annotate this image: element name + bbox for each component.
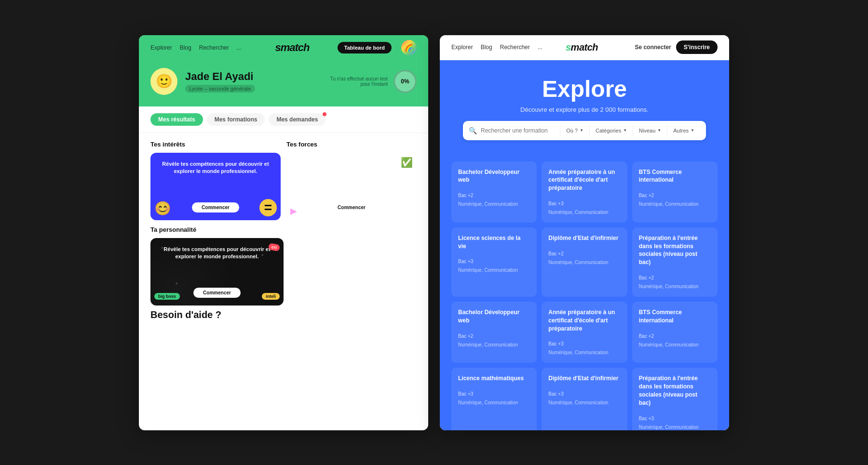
search-icon: 🔍 — [469, 127, 477, 134]
forces-card[interactable]: ✅ Pourquoi tu agis comme tu agis et comm… — [286, 153, 417, 220]
forces-card-text: Pourquoi tu agis comme tu agis et commen… — [294, 160, 409, 175]
formation-card[interactable]: Licence sciences de la vie Bac +3 Numéri… — [451, 227, 537, 297]
forces-section: Tes forces ✅ Pourquoi tu agis comme tu a… — [286, 141, 417, 220]
formation-domain: Numérique, Communication — [548, 350, 608, 355]
formation-bac: Bac +2 — [639, 333, 711, 339]
filter-autres[interactable]: Autres ▼ — [667, 125, 700, 136]
formation-card[interactable]: Préparation à l'entrée dans les formatio… — [632, 227, 718, 297]
filter-ou[interactable]: Où ? ▼ — [560, 125, 589, 136]
formation-title: Année préparatoire à un certificat d'éco… — [548, 308, 620, 332]
filter-autres-label: Autres — [673, 128, 689, 133]
explore-subtitle: Découvre et explore plus de 2 000 format… — [451, 106, 718, 113]
search-bar: 🔍 Où ? ▼ Catégories ▼ Niveau ▼ Autres ▼ — [463, 121, 706, 140]
tab-mes-resultats[interactable]: Mes résultats — [150, 113, 203, 126]
filter-categories[interactable]: Catégories ▼ — [589, 125, 633, 136]
tab-mes-formations[interactable]: Mes formations — [207, 113, 265, 126]
formation-bac: Bac +2 — [458, 193, 530, 198]
deco-check: ✅ — [401, 157, 413, 168]
logo-right: smatch — [566, 42, 598, 53]
personnalite-card[interactable]: ✦ ✦ ✦ Révèle tes compétences pour découv… — [150, 238, 284, 306]
nav-blog-left[interactable]: Blog — [180, 44, 191, 51]
formation-domain: Numérique, Communication — [548, 260, 608, 265]
tableau-bord-button[interactable]: Tableau de bord — [338, 42, 392, 53]
formation-card[interactable]: Bachelor Développeur web Bac +2 Numériqu… — [451, 161, 537, 223]
formation-title: BTS Commerce international — [639, 168, 711, 185]
filter-ou-label: Où ? — [566, 128, 578, 133]
interets-section: Tes intérêts Révèle tes compétences pour… — [150, 141, 281, 220]
hero-hint: Tu n'as effectué aucun test pour l'insta… — [320, 76, 388, 87]
interets-card-text: Révèle tes compétences pour découvrir et… — [158, 160, 273, 175]
personnalite-commencer-btn[interactable]: Commencer — [193, 288, 241, 298]
formation-bac: Bac +2 — [548, 251, 620, 256]
nav-explorer-right[interactable]: Explorer — [451, 44, 473, 51]
formation-title: Licence sciences de la vie — [458, 234, 530, 251]
formation-card[interactable]: Année préparatoire à un certificat d'éco… — [542, 302, 627, 363]
nav-more-left[interactable]: ... — [237, 44, 242, 51]
search-input[interactable] — [481, 127, 556, 134]
s-inscrire-button[interactable]: S'inscrire — [676, 40, 718, 54]
logo-left: ssmatch — [270, 41, 309, 54]
formation-title: Licence mathématiques — [458, 374, 530, 383]
nav-more-right[interactable]: ... — [538, 44, 542, 51]
formation-card[interactable]: BTS Commerce international Bac +2 Numéri… — [632, 161, 718, 223]
besoin-title: Besoin d'aide ? — [150, 309, 417, 320]
tab-mes-demandes[interactable]: Mes demandes — [269, 113, 326, 126]
left-nav-links: Explorer Blog Rechercher ... — [150, 44, 242, 51]
tag-inteli: inteli — [262, 293, 280, 300]
nav-rechercher-left[interactable]: Rechercher — [199, 44, 229, 51]
formation-domain: Numérique, Communication — [458, 267, 518, 273]
nav-explorer-left[interactable]: Explorer — [150, 44, 172, 51]
interets-card[interactable]: Révèle tes compétences pour découvrir et… — [150, 153, 281, 220]
formation-bac: Bac +3 — [458, 391, 530, 397]
formation-card[interactable]: Année préparatoire à un certificat d'éco… — [542, 161, 627, 223]
formation-domain: Numérique, Communication — [639, 425, 699, 430]
formation-card[interactable]: Diplôme d'Etat d'infirmier Bac +2 Numéri… — [542, 227, 627, 297]
deco-equal: = — [259, 199, 277, 216]
explore-title: Explore — [451, 76, 718, 102]
star-deco-1: ✦ — [160, 245, 164, 251]
star-deco-3: ✦ — [175, 281, 178, 286]
nav-blog-right[interactable]: Blog — [481, 44, 492, 51]
forces-title: Tes forces — [286, 141, 417, 148]
formation-title: Bachelor Développeur web — [458, 308, 530, 325]
forces-commencer-btn[interactable]: Commencer — [328, 202, 375, 213]
formation-card[interactable]: Bachelor Développeur web Bac +2 Numériqu… — [451, 302, 537, 363]
chevron-ou-icon: ▼ — [580, 128, 583, 133]
formation-bac: Bac +3 — [548, 341, 620, 346]
interets-commencer-btn[interactable]: Commencer — [192, 202, 239, 213]
formation-title: BTS Commerce international — [639, 308, 711, 325]
formation-card[interactable]: BTS Commerce international Bac +2 Numéri… — [632, 302, 718, 363]
filter-niveau[interactable]: Niveau ▼ — [633, 125, 667, 136]
formation-grid: Bachelor Développeur web Bac +2 Numériqu… — [451, 161, 718, 430]
formation-domain: Numérique, Communication — [639, 342, 699, 347]
user-name: Jade El Ayadi — [185, 70, 255, 83]
right-content: Bachelor Développeur web Bac +2 Numériqu… — [440, 154, 729, 430]
filter-categories-label: Catégories — [596, 128, 621, 133]
personnalite-section: Ta personnalité ✦ ✦ ✦ Révèle tes compéte… — [150, 226, 417, 306]
personnalite-title: Ta personnalité — [150, 226, 417, 233]
formation-title: Diplôme d'Etat d'infirmier — [548, 374, 620, 383]
formation-title: Bachelor Développeur web — [458, 168, 530, 185]
formation-card[interactable]: Diplôme d'Etat d'infirmier Bac +3 Numéri… — [542, 368, 627, 430]
formation-title: Diplôme d'Etat d'infirmier — [548, 234, 620, 242]
left-content: Tes intérêts Révèle tes compétences pour… — [139, 133, 428, 403]
hero-right: Tu n'as effectué aucun test pour l'insta… — [320, 70, 417, 93]
hero-info: Jade El Ayadi Lycée – seconde générale — [185, 70, 255, 93]
right-navbar: Explorer Blog Rechercher ... smatch Se c… — [440, 35, 729, 60]
chevron-niveau-icon: ▼ — [657, 128, 661, 133]
smiley-badge: 🙂 — [150, 68, 177, 95]
left-tabs: Mes résultats Mes formations Mes demande… — [139, 106, 428, 133]
formation-domain: Numérique, Communication — [458, 400, 518, 405]
formation-card[interactable]: Préparation à l'entrée dans les formatio… — [632, 368, 718, 430]
formation-card[interactable]: Licence mathématiques Bac +3 Numérique, … — [451, 368, 537, 430]
avatar-left[interactable]: 🌈 — [401, 40, 417, 55]
interets-title: Tes intérêts — [150, 141, 281, 148]
user-subtitle: Lycée – seconde générale — [185, 85, 255, 93]
progress-circle: 0% — [393, 70, 417, 93]
formation-bac: Bac +2 — [639, 193, 711, 198]
se-connecter-button[interactable]: Se connecter — [635, 44, 671, 51]
formation-domain: Numérique, Communication — [639, 284, 699, 289]
nav-rechercher-right[interactable]: Rechercher — [500, 44, 530, 51]
chevron-autres-icon: ▼ — [691, 128, 694, 133]
personnalite-card-text: Révèle tes compétences pour découvrir et… — [158, 246, 276, 261]
